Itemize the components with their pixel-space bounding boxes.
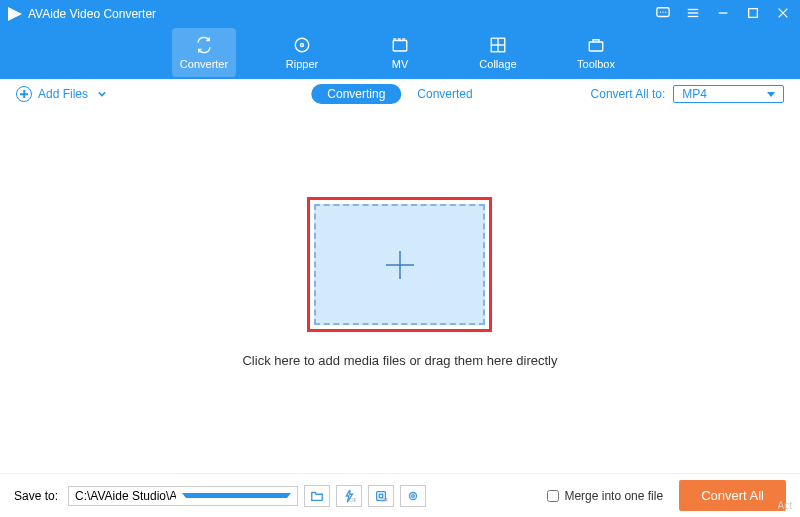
chip-icon: OFF (374, 489, 388, 503)
svg-point-27 (410, 492, 417, 499)
svg-text:OFF: OFF (349, 496, 356, 503)
merge-checkbox-input[interactable] (547, 490, 559, 502)
instruction-text: Click here to add media files or drag th… (0, 353, 800, 368)
tab-converting[interactable]: Converting (311, 84, 401, 104)
folder-icon (310, 489, 324, 503)
tab-converted[interactable]: Converted (401, 84, 488, 104)
svg-rect-8 (749, 9, 758, 18)
sub-toolbar: Add Files Converting Converted Convert A… (0, 79, 800, 109)
feedback-icon[interactable] (656, 6, 670, 20)
drop-zone-highlight (307, 197, 492, 332)
title-bar: AVAide Video Converter Converter Ripper … (0, 0, 800, 79)
high-speed-toggle[interactable]: OFF (336, 485, 362, 507)
settings-button[interactable] (400, 485, 426, 507)
svg-point-2 (662, 11, 663, 12)
svg-point-3 (665, 11, 666, 12)
collage-icon (489, 36, 507, 54)
main-nav: Converter Ripper MV Collage Toolbox (0, 28, 800, 77)
gpu-accel-toggle[interactable]: OFF (368, 485, 394, 507)
maximize-icon[interactable] (746, 6, 760, 20)
add-files-button[interactable]: Add Files (16, 86, 106, 102)
save-path-select[interactable]: C:\AVAide Studio\AVAid...eo Converter\Co… (68, 486, 298, 506)
gear-icon (406, 489, 420, 503)
chevron-down-icon[interactable] (98, 87, 106, 101)
window-controls (656, 6, 790, 20)
merge-checkbox[interactable]: Merge into one file (547, 489, 663, 503)
ripper-icon (293, 36, 311, 54)
convert-all-to: Convert All to: MP4 (591, 85, 784, 103)
nav-converter[interactable]: Converter (172, 28, 236, 77)
nav-mv[interactable]: MV (368, 28, 432, 77)
segment-control: Converting Converted (311, 84, 488, 104)
svg-point-28 (412, 494, 415, 497)
mv-icon (391, 36, 409, 54)
lightning-icon: OFF (342, 489, 356, 503)
minimize-icon[interactable] (716, 6, 730, 20)
app-title: AVAide Video Converter (28, 7, 156, 21)
svg-point-1 (660, 11, 661, 12)
plus-icon (382, 247, 418, 283)
main-area: Click here to add media files or drag th… (0, 109, 800, 442)
svg-rect-20 (589, 42, 603, 51)
close-icon[interactable] (776, 6, 790, 20)
plus-circle-icon (16, 86, 32, 102)
converter-icon (195, 36, 213, 54)
triangle-down-icon (182, 493, 291, 498)
svg-point-12 (301, 43, 304, 46)
app-logo-icon (8, 7, 22, 21)
svg-text:OFF: OFF (381, 496, 388, 503)
svg-point-11 (295, 38, 309, 52)
toolbox-icon (587, 36, 605, 54)
convert-all-button[interactable]: Convert All (679, 480, 786, 511)
save-to-label: Save to: (14, 489, 58, 503)
svg-rect-13 (393, 40, 407, 51)
nav-ripper[interactable]: Ripper (270, 28, 334, 77)
nav-toolbox[interactable]: Toolbox (564, 28, 628, 77)
nav-collage[interactable]: Collage (466, 28, 530, 77)
triangle-down-icon (767, 92, 775, 97)
footer-bar: Save to: C:\AVAide Studio\AVAid...eo Con… (0, 473, 800, 517)
drop-zone[interactable] (314, 204, 485, 325)
menu-icon[interactable] (686, 6, 700, 20)
format-select[interactable]: MP4 (673, 85, 784, 103)
open-folder-button[interactable] (304, 485, 330, 507)
